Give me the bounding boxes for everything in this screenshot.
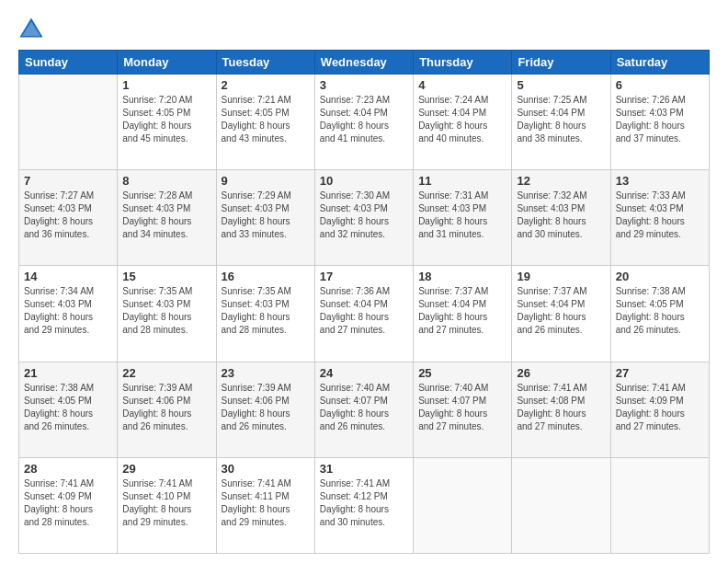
day-number: 8: [122, 174, 210, 188]
table-row: [414, 457, 512, 553]
table-row: 30Sunrise: 7:41 AM Sunset: 4:11 PM Dayli…: [216, 457, 314, 553]
day-number: 26: [517, 366, 605, 380]
table-row: 21Sunrise: 7:38 AM Sunset: 4:05 PM Dayli…: [19, 362, 118, 457]
day-info: Sunrise: 7:21 AM Sunset: 4:05 PM Dayligh…: [222, 94, 310, 145]
day-info: Sunrise: 7:41 AM Sunset: 4:10 PM Dayligh…: [122, 477, 210, 529]
table-row: 27Sunrise: 7:41 AM Sunset: 4:09 PM Dayli…: [610, 362, 709, 457]
weekday-header-row: SundayMondayTuesdayWednesdayThursdayFrid…: [19, 51, 710, 75]
table-row: 7Sunrise: 7:27 AM Sunset: 4:03 PM Daylig…: [19, 170, 118, 266]
day-info: Sunrise: 7:41 AM Sunset: 4:09 PM Dayligh…: [616, 382, 704, 433]
day-number: 14: [24, 270, 112, 283]
table-row: 23Sunrise: 7:39 AM Sunset: 4:06 PM Dayli…: [216, 362, 314, 457]
day-number: 10: [320, 174, 408, 188]
day-number: 17: [320, 270, 408, 283]
day-info: Sunrise: 7:24 AM Sunset: 4:04 PM Dayligh…: [418, 94, 506, 145]
table-row: 24Sunrise: 7:40 AM Sunset: 4:07 PM Dayli…: [314, 362, 413, 457]
day-info: Sunrise: 7:40 AM Sunset: 4:07 PM Dayligh…: [418, 382, 506, 433]
table-row: 16Sunrise: 7:35 AM Sunset: 4:03 PM Dayli…: [216, 266, 314, 362]
table-row: 6Sunrise: 7:26 AM Sunset: 4:03 PM Daylig…: [610, 75, 709, 170]
day-number: 6: [616, 78, 704, 92]
day-number: 9: [222, 174, 310, 188]
table-row: 19Sunrise: 7:37 AM Sunset: 4:04 PM Dayli…: [512, 266, 610, 362]
table-row: 8Sunrise: 7:28 AM Sunset: 4:03 PM Daylig…: [118, 170, 216, 266]
table-row: [610, 457, 709, 553]
day-number: 28: [24, 462, 112, 476]
header: [18, 17, 710, 42]
day-number: 16: [222, 270, 310, 283]
calendar-week-4: 21Sunrise: 7:38 AM Sunset: 4:05 PM Dayli…: [19, 362, 710, 457]
day-info: Sunrise: 7:32 AM Sunset: 4:03 PM Dayligh…: [517, 190, 605, 241]
table-row: 10Sunrise: 7:30 AM Sunset: 4:03 PM Dayli…: [314, 170, 413, 266]
table-row: 17Sunrise: 7:36 AM Sunset: 4:04 PM Dayli…: [314, 266, 413, 362]
day-number: 19: [517, 270, 605, 283]
day-info: Sunrise: 7:25 AM Sunset: 4:04 PM Dayligh…: [517, 94, 605, 145]
weekday-friday: Friday: [512, 51, 610, 75]
weekday-saturday: Saturday: [610, 51, 709, 75]
table-row: 13Sunrise: 7:33 AM Sunset: 4:03 PM Dayli…: [610, 170, 709, 266]
day-info: Sunrise: 7:38 AM Sunset: 4:05 PM Dayligh…: [24, 382, 112, 433]
day-info: Sunrise: 7:41 AM Sunset: 4:08 PM Dayligh…: [517, 382, 605, 433]
day-number: 15: [122, 270, 210, 283]
day-number: 12: [517, 174, 605, 188]
day-number: 5: [517, 78, 605, 92]
day-number: 3: [320, 78, 408, 92]
day-number: 22: [122, 366, 210, 380]
calendar-week-5: 28Sunrise: 7:41 AM Sunset: 4:09 PM Dayli…: [19, 457, 710, 553]
weekday-wednesday: Wednesday: [314, 51, 413, 75]
table-row: 9Sunrise: 7:29 AM Sunset: 4:03 PM Daylig…: [216, 170, 314, 266]
calendar-week-3: 14Sunrise: 7:34 AM Sunset: 4:03 PM Dayli…: [19, 266, 710, 362]
day-info: Sunrise: 7:35 AM Sunset: 4:03 PM Dayligh…: [122, 285, 210, 337]
day-number: 4: [418, 78, 506, 92]
table-row: 28Sunrise: 7:41 AM Sunset: 4:09 PM Dayli…: [19, 457, 118, 553]
day-number: 27: [616, 366, 704, 380]
day-number: 25: [418, 366, 506, 380]
day-info: Sunrise: 7:40 AM Sunset: 4:07 PM Dayligh…: [320, 382, 408, 433]
day-number: 18: [418, 270, 506, 283]
table-row: 5Sunrise: 7:25 AM Sunset: 4:04 PM Daylig…: [512, 75, 610, 170]
day-info: Sunrise: 7:36 AM Sunset: 4:04 PM Dayligh…: [320, 285, 408, 337]
day-info: Sunrise: 7:39 AM Sunset: 4:06 PM Dayligh…: [222, 382, 310, 433]
day-info: Sunrise: 7:37 AM Sunset: 4:04 PM Dayligh…: [517, 285, 605, 337]
table-row: 29Sunrise: 7:41 AM Sunset: 4:10 PM Dayli…: [118, 457, 216, 553]
calendar-week-2: 7Sunrise: 7:27 AM Sunset: 4:03 PM Daylig…: [19, 170, 710, 266]
day-number: 7: [24, 174, 112, 188]
table-row: [512, 457, 610, 553]
table-row: 2Sunrise: 7:21 AM Sunset: 4:05 PM Daylig…: [216, 75, 314, 170]
day-info: Sunrise: 7:29 AM Sunset: 4:03 PM Dayligh…: [222, 190, 310, 241]
table-row: [19, 75, 118, 170]
table-row: 31Sunrise: 7:41 AM Sunset: 4:12 PM Dayli…: [314, 457, 413, 553]
day-info: Sunrise: 7:41 AM Sunset: 4:12 PM Dayligh…: [320, 477, 408, 529]
table-row: 3Sunrise: 7:23 AM Sunset: 4:04 PM Daylig…: [314, 75, 413, 170]
day-info: Sunrise: 7:28 AM Sunset: 4:03 PM Dayligh…: [122, 190, 210, 241]
weekday-monday: Monday: [118, 51, 216, 75]
day-info: Sunrise: 7:27 AM Sunset: 4:03 PM Dayligh…: [24, 190, 112, 241]
calendar-table: SundayMondayTuesdayWednesdayThursdayFrid…: [18, 50, 710, 554]
table-row: 22Sunrise: 7:39 AM Sunset: 4:06 PM Dayli…: [118, 362, 216, 457]
day-info: Sunrise: 7:38 AM Sunset: 4:05 PM Dayligh…: [616, 285, 704, 337]
table-row: 14Sunrise: 7:34 AM Sunset: 4:03 PM Dayli…: [19, 266, 118, 362]
day-number: 31: [320, 462, 408, 476]
table-row: 15Sunrise: 7:35 AM Sunset: 4:03 PM Dayli…: [118, 266, 216, 362]
day-number: 29: [122, 462, 210, 476]
table-row: 1Sunrise: 7:20 AM Sunset: 4:05 PM Daylig…: [118, 75, 216, 170]
day-info: Sunrise: 7:23 AM Sunset: 4:04 PM Dayligh…: [320, 94, 408, 145]
table-row: 25Sunrise: 7:40 AM Sunset: 4:07 PM Dayli…: [414, 362, 512, 457]
table-row: 26Sunrise: 7:41 AM Sunset: 4:08 PM Dayli…: [512, 362, 610, 457]
weekday-tuesday: Tuesday: [216, 51, 314, 75]
day-info: Sunrise: 7:41 AM Sunset: 4:09 PM Dayligh…: [24, 477, 112, 529]
day-number: 23: [222, 366, 310, 380]
day-info: Sunrise: 7:39 AM Sunset: 4:06 PM Dayligh…: [122, 382, 210, 433]
table-row: 11Sunrise: 7:31 AM Sunset: 4:03 PM Dayli…: [414, 170, 512, 266]
day-number: 1: [122, 78, 210, 92]
day-info: Sunrise: 7:26 AM Sunset: 4:03 PM Dayligh…: [616, 94, 704, 145]
day-info: Sunrise: 7:37 AM Sunset: 4:04 PM Dayligh…: [418, 285, 506, 337]
calendar-week-1: 1Sunrise: 7:20 AM Sunset: 4:05 PM Daylig…: [19, 75, 710, 170]
table-row: 4Sunrise: 7:24 AM Sunset: 4:04 PM Daylig…: [414, 75, 512, 170]
day-number: 20: [616, 270, 704, 283]
day-info: Sunrise: 7:35 AM Sunset: 4:03 PM Dayligh…: [222, 285, 310, 337]
day-number: 13: [616, 174, 704, 188]
table-row: 20Sunrise: 7:38 AM Sunset: 4:05 PM Dayli…: [610, 266, 709, 362]
weekday-sunday: Sunday: [19, 51, 118, 75]
day-info: Sunrise: 7:30 AM Sunset: 4:03 PM Dayligh…: [320, 190, 408, 241]
day-number: 2: [222, 78, 310, 92]
